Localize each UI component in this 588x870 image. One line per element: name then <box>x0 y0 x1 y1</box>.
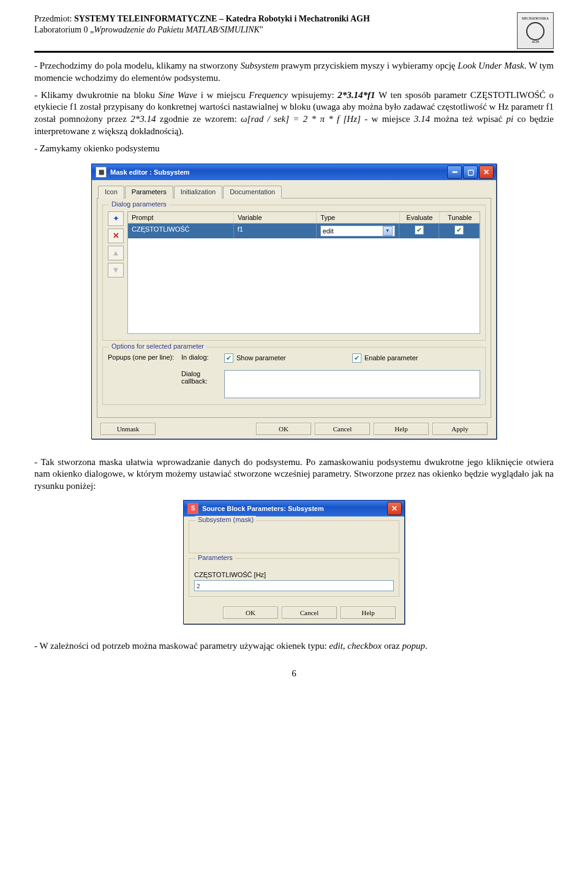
unmask-button[interactable]: Unmask <box>100 423 156 435</box>
ok-button[interactable]: OK <box>223 607 278 619</box>
paragraph-4: - Tak stworzona maska ułatwia wprowadzan… <box>34 456 554 493</box>
tab-initialization[interactable]: Initialization <box>174 186 222 199</box>
chevron-down-icon[interactable]: ▼ <box>383 226 393 236</box>
text: można też wpisać <box>430 114 506 124</box>
col-tunable: Tunable <box>440 212 480 223</box>
popups-label: Popups (one per line): <box>108 354 181 361</box>
ok-button[interactable]: OK <box>256 423 311 435</box>
dialog-parameters-group: Dialog parameters ✦ ✕ ▲ ▼ Prompt Variabl… <box>102 205 486 341</box>
text: wpisujemy: <box>288 90 337 100</box>
text: - Klikamy dwukrotnie na bloku <box>34 90 159 100</box>
text-ital: pi <box>506 114 513 124</box>
options-legend: Options for selected parameter <box>109 342 206 350</box>
app-icon: ▦ <box>96 167 107 178</box>
text-ital: Sine Wave <box>159 90 197 100</box>
col-type: Type <box>317 212 399 223</box>
window-titlebar[interactable]: S Source Block Parameters: Subsystem ✕ <box>184 501 404 516</box>
type-combobox[interactable]: edit ▼ <box>320 225 395 236</box>
dialog-callback-label: Dialog callback: <box>181 370 224 385</box>
add-row-button[interactable]: ✦ <box>108 211 124 226</box>
cancel-button[interactable]: Cancel <box>282 607 337 619</box>
header-line1-bold: SYSTEMY TELEINFORMATYCZNE – Katedra Robo… <box>74 14 370 23</box>
enable-parameter-label: Enable parameter <box>364 354 418 361</box>
cell-evaluate[interactable]: ✔ <box>399 224 440 238</box>
help-button[interactable]: Help <box>374 423 429 435</box>
type-value: edit <box>323 227 334 235</box>
options-group: Options for selected parameter Popups (o… <box>102 347 486 405</box>
window-titlebar[interactable]: ▦ Mask editor : Subsystem ━ ▢ ✕ <box>92 164 496 180</box>
cell-type[interactable]: edit ▼ <box>317 224 399 238</box>
text-ital: popup <box>402 641 425 651</box>
cell-variable[interactable]: f1 <box>234 224 317 238</box>
text: oraz <box>382 641 402 651</box>
text-ital: 3.14 <box>414 114 430 124</box>
enable-parameter-checkbox[interactable]: ✔ <box>352 354 361 363</box>
logo-top-text: MECHATRONIKA <box>522 17 549 21</box>
param-label: CZĘSTOTLIWOŚĆ [Hz] <box>194 571 394 578</box>
text: . <box>425 641 428 651</box>
logo-mechatronika-agh: MECHATRONIKA AGH <box>517 12 554 49</box>
text: - Przechodzimy do pola modelu, klikamy n… <box>34 61 241 70</box>
app-icon: S <box>187 503 198 514</box>
header-line2-prefix: Laboratorium 0 „ <box>34 25 94 34</box>
help-button[interactable]: Help <box>341 607 396 619</box>
move-up-button[interactable]: ▲ <box>108 246 124 260</box>
text: prawym przyciskiem myszy i wybieramy opc… <box>279 61 458 70</box>
show-parameter-checkbox[interactable]: ✔ <box>224 354 233 363</box>
dialog-callback-textarea[interactable] <box>224 370 480 398</box>
tab-documentation[interactable]: Documentation <box>223 186 282 199</box>
text-ital: Frequency <box>249 90 288 100</box>
header-line2-ital: Wprowadzenie do Pakietu MATLAB/SIMULINK <box>94 25 260 34</box>
source-block-parameters-window: S Source Block Parameters: Subsystem ✕ S… <box>183 500 405 624</box>
dialog-parameters-legend: Dialog parameters <box>109 200 169 208</box>
paragraph-5: - W zależności od potrzeb można maskować… <box>34 640 554 652</box>
text-ital: Look Under Mask <box>458 61 524 70</box>
logo-bottom-text: AGH <box>532 40 539 44</box>
subsystem-mask-legend: Subsystem (mask) <box>195 516 256 523</box>
col-evaluate: Evaluate <box>400 212 440 223</box>
col-prompt: Prompt <box>128 212 234 223</box>
text: - w miejsce <box>361 114 414 124</box>
table-row[interactable]: CZĘSTOTLIWOŚĆ f1 edit ▼ ✔ <box>128 224 480 238</box>
col-variable: Variable <box>234 212 317 223</box>
minimize-button[interactable]: ━ <box>447 165 462 179</box>
parameters-group: Parameters CZĘSTOTLIWOŚĆ [Hz] <box>189 558 399 597</box>
tab-icon[interactable]: Icon <box>98 186 124 199</box>
paragraph-1: - Przechodzimy do pola modelu, klikamy n… <box>34 60 554 85</box>
paragraph-2: - Klikamy dwukrotnie na bloku Sine Wave … <box>34 89 554 138</box>
header-rule <box>34 51 554 53</box>
tab-parameters[interactable]: Parameters <box>125 186 173 199</box>
cell-tunable[interactable]: ✔ <box>439 224 480 238</box>
parameters-legend: Parameters <box>195 554 235 561</box>
cell-prompt[interactable]: CZĘSTOTLIWOŚĆ <box>128 224 234 238</box>
header-line2-suffix: " <box>260 25 263 34</box>
gear-icon <box>526 22 545 40</box>
in-dialog-label: In dialog: <box>181 354 224 361</box>
formula: ω[rad / sek] = 2 * π * f [Hz] <box>241 114 361 124</box>
move-down-button[interactable]: ▼ <box>108 263 124 278</box>
close-button[interactable]: ✕ <box>387 502 402 515</box>
maximize-button[interactable]: ▢ <box>463 165 478 179</box>
frequency-input[interactable] <box>194 580 394 591</box>
text: - W zależności od potrzeb można maskować… <box>34 641 329 651</box>
parameters-table: Prompt Variable Type Evaluate Tunable CZ… <box>127 211 480 334</box>
evaluate-checkbox[interactable]: ✔ <box>415 225 424 235</box>
text-ital: 2*3.14 <box>130 114 156 124</box>
text-ital: edit, checkbox <box>329 641 382 651</box>
close-button[interactable]: ✕ <box>479 165 494 179</box>
header-line1-prefix: Przedmiot: <box>34 14 74 23</box>
show-parameter-label: Show parameter <box>236 354 286 361</box>
page-header: Przedmiot: SYSTEMY TELEINFORMATYCZNE – K… <box>34 13 554 49</box>
cancel-button[interactable]: Cancel <box>315 423 370 435</box>
apply-button[interactable]: Apply <box>432 423 488 435</box>
tabs: Icon Parameters Initialization Documenta… <box>97 185 491 199</box>
window-title: Mask editor : Subsystem <box>110 168 190 176</box>
page-number: 6 <box>34 668 554 679</box>
paragraph-3: - Zamykamy okienko podsystemu <box>34 143 554 155</box>
mask-editor-window: ▦ Mask editor : Subsystem ━ ▢ ✕ Icon Par… <box>91 164 497 439</box>
delete-row-button[interactable]: ✕ <box>108 229 124 243</box>
tunable-checkbox[interactable]: ✔ <box>454 225 464 235</box>
window-title: Source Block Parameters: Subsystem <box>202 505 324 512</box>
text: i w miejscu <box>197 90 249 100</box>
text-boldital: 2*3.14*f1 <box>337 90 375 100</box>
